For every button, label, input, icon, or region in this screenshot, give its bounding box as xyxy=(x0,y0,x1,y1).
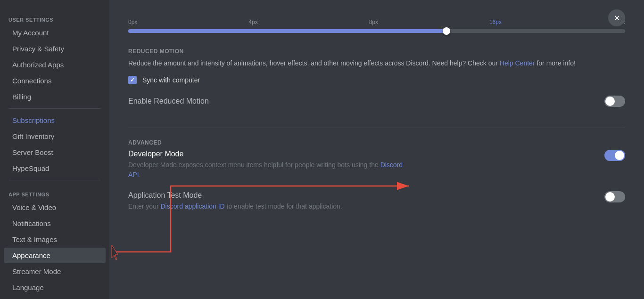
sidebar-item-label: Authorized Apps xyxy=(12,61,64,69)
sidebar-item-label: Server Boost xyxy=(12,148,53,156)
app-test-description: Enter your Discord application ID to ena… xyxy=(128,202,342,211)
svg-marker-1 xyxy=(112,245,118,260)
sidebar-item-label: Appearance xyxy=(12,251,50,259)
reduced-motion-header: REDUCED MOTION xyxy=(128,48,625,55)
sidebar-item-my-account[interactable]: My Account xyxy=(4,25,106,40)
sidebar-item-label: Text & Images xyxy=(12,235,57,243)
sidebar-item-connections[interactable]: Connections xyxy=(4,73,106,89)
help-center-link[interactable]: Help Center xyxy=(500,59,535,67)
enable-reduced-motion-label: Enable Reduced Motion xyxy=(128,97,209,105)
sidebar-item-label: Streamer Mode xyxy=(12,267,61,275)
sidebar-item-label: Connections xyxy=(12,77,51,85)
app-test-row: Application Test Mode Enter your Discord… xyxy=(128,191,625,211)
sidebar-item-hypesquad[interactable]: HypeSquad xyxy=(4,161,106,176)
slider-track[interactable] xyxy=(128,29,625,33)
slider-label-0: 0px xyxy=(128,19,137,25)
enable-reduced-motion-row: Enable Reduced Motion xyxy=(128,90,625,113)
sidebar-item-label: My Account xyxy=(12,29,49,37)
sidebar-item-label: Subscriptions xyxy=(12,116,55,124)
sidebar-item-billing[interactable]: Billing xyxy=(4,89,106,105)
slider-label-4: 4px xyxy=(248,19,257,25)
discord-app-id-link[interactable]: Discord application ID xyxy=(160,202,224,210)
developer-mode-toggle[interactable] xyxy=(604,150,625,161)
developer-mode-row: Developer Mode Developer Mode exposes co… xyxy=(128,150,625,180)
app-test-toggle-knob xyxy=(605,192,615,202)
reduced-motion-description: Reduce the amount and intensity of anima… xyxy=(128,58,625,68)
sidebar-item-appearance[interactable]: Appearance xyxy=(4,248,106,263)
sidebar-item-authorized-apps[interactable]: Authorized Apps xyxy=(4,57,106,73)
sidebar-item-subscriptions[interactable]: Subscriptions xyxy=(4,113,106,128)
slider-fill xyxy=(128,29,446,33)
developer-mode-text: Developer Mode Developer Mode exposes co… xyxy=(128,150,411,180)
slider-labels: 0px 4px 8px 16px 24px xyxy=(128,19,625,25)
sidebar-item-label: Billing xyxy=(12,93,31,101)
sidebar-item-streamer-mode[interactable]: Streamer Mode xyxy=(4,264,106,279)
developer-mode-toggle-knob xyxy=(615,151,624,160)
sidebar-item-label: Language xyxy=(12,283,44,291)
sidebar: USER SETTINGS My Account Privacy & Safet… xyxy=(0,0,109,299)
enable-reduced-motion-toggle[interactable] xyxy=(604,96,625,107)
sync-computer-row: ✓ Sync with computer xyxy=(128,76,625,84)
sidebar-item-text-images[interactable]: Text & Images xyxy=(4,232,106,247)
user-settings-label: USER SETTINGS xyxy=(0,9,109,24)
app-test-section: Application Test Mode Enter your Discord… xyxy=(128,191,625,211)
advanced-header: ADVANCED xyxy=(128,139,625,146)
sidebar-item-label: HypeSquad xyxy=(12,164,49,172)
esc-circle[interactable]: ✕ xyxy=(608,9,625,26)
checkbox-check-icon: ✓ xyxy=(130,77,135,83)
content-divider-1 xyxy=(128,128,625,128)
slider-label-8: 8px xyxy=(369,19,378,25)
sidebar-item-label: Gift Inventory xyxy=(12,132,54,140)
sidebar-item-voice-video[interactable]: Voice & Video xyxy=(4,200,106,215)
slider-thumb[interactable] xyxy=(443,27,450,35)
sync-computer-checkbox[interactable]: ✓ xyxy=(128,76,137,84)
sidebar-item-notifications[interactable]: Notifications xyxy=(4,216,106,231)
slider-section: 0px 4px 8px 16px 24px xyxy=(128,19,625,33)
sidebar-item-label: Voice & Video xyxy=(12,203,56,211)
advanced-section: ADVANCED Developer Mode Developer Mode e… xyxy=(128,139,625,211)
reduced-motion-section: REDUCED MOTION Reduce the amount and int… xyxy=(128,48,625,113)
sidebar-item-language[interactable]: Language xyxy=(4,280,106,295)
app-settings-label: APP SETTINGS xyxy=(0,184,109,199)
sidebar-item-privacy-safety[interactable]: Privacy & Safety xyxy=(4,41,106,57)
toggle-knob xyxy=(605,97,615,106)
app-test-title: Application Test Mode xyxy=(128,191,342,200)
slider-label-16: 16px xyxy=(489,19,502,25)
sync-computer-label: Sync with computer xyxy=(142,76,200,84)
app-test-mode-toggle[interactable] xyxy=(604,191,625,202)
sidebar-item-gift-inventory[interactable]: Gift Inventory xyxy=(4,129,106,144)
esc-icon: ✕ xyxy=(614,14,620,23)
sidebar-divider-1 xyxy=(8,108,101,109)
app-test-text: Application Test Mode Enter your Discord… xyxy=(128,191,342,211)
developer-mode-description: Developer Mode exposes context menu item… xyxy=(128,160,411,180)
sidebar-item-server-boost[interactable]: Server Boost xyxy=(4,145,106,160)
sidebar-item-label: Notifications xyxy=(12,219,51,227)
developer-mode-title: Developer Mode xyxy=(128,150,411,158)
sidebar-divider-2 xyxy=(8,180,101,180)
main-content: ✕ ESC 0px 4px 8px 16px 24px REDUCED MOTI… xyxy=(109,0,644,299)
sidebar-item-label: Privacy & Safety xyxy=(12,45,64,53)
